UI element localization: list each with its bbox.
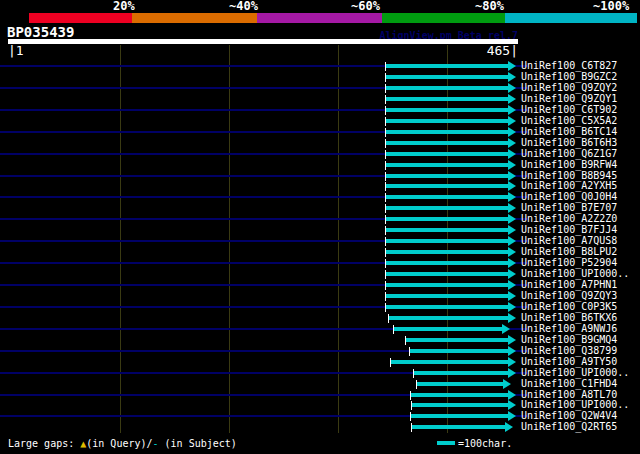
- hit-label[interactable]: UniRef100_Q9ZQY3: [521, 290, 617, 301]
- hit-label[interactable]: UniRef100_B8LPU2: [521, 246, 617, 257]
- alignment-arrowhead-icon[interactable]: [508, 335, 516, 345]
- alignment-bar[interactable]: [411, 393, 511, 397]
- alignment-bar[interactable]: [386, 75, 511, 79]
- hit-label[interactable]: UniRef100_Q9ZQY2: [521, 82, 617, 93]
- alignment-bar[interactable]: [386, 261, 511, 265]
- alignment-bar[interactable]: [386, 97, 511, 101]
- alignment-arrowhead-icon[interactable]: [508, 138, 516, 148]
- hit-label[interactable]: UniRef100_B7FJJ4: [521, 224, 617, 235]
- hit-label[interactable]: UniRef100_Q2W4V4: [521, 410, 617, 421]
- hit-label[interactable]: UniRef100_B9RFW4: [521, 159, 617, 170]
- alignment-arrowhead-icon[interactable]: [508, 368, 516, 378]
- alignment-arrowhead-icon[interactable]: [508, 181, 516, 191]
- alignment-bar[interactable]: [406, 338, 511, 342]
- alignment-bar[interactable]: [386, 294, 511, 298]
- alignment-bar[interactable]: [386, 206, 511, 210]
- alignment-arrowhead-icon[interactable]: [508, 171, 516, 181]
- alignment-bar[interactable]: [386, 283, 511, 287]
- alignment-arrowhead-icon[interactable]: [508, 83, 516, 93]
- hit-label[interactable]: UniRef100_C1FHD4: [521, 378, 617, 389]
- hit-label[interactable]: UniRef100_A2Z2Z0: [521, 213, 617, 224]
- alignment-arrowhead-icon[interactable]: [508, 346, 516, 356]
- alignment-bar[interactable]: [394, 327, 505, 331]
- hit-label[interactable]: UniRef100_B6T6H3: [521, 137, 617, 148]
- alignment-bar[interactable]: [414, 371, 511, 375]
- alignment-bar[interactable]: [386, 119, 511, 123]
- alignment-arrowhead-icon[interactable]: [508, 116, 516, 126]
- hit-label[interactable]: UniRef100_P52904: [521, 257, 617, 268]
- hit-label[interactable]: UniRef100_A9NWJ6: [521, 323, 617, 334]
- alignment-bar[interactable]: [389, 316, 511, 320]
- hit-label[interactable]: UniRef100_B6TKX6: [521, 312, 617, 323]
- alignment-arrowhead-icon[interactable]: [508, 291, 516, 301]
- alignment-bar[interactable]: [386, 130, 511, 134]
- hit-label[interactable]: UniRef100_B9GMQ4: [521, 334, 617, 345]
- alignment-arrowhead-icon[interactable]: [508, 247, 516, 257]
- alignment-arrowhead-icon[interactable]: [508, 127, 516, 137]
- alignment-bar[interactable]: [386, 86, 511, 90]
- alignment-arrowhead-icon[interactable]: [508, 94, 516, 104]
- hit-label[interactable]: UniRef100_B8B945: [521, 170, 617, 181]
- hit-label[interactable]: UniRef100_B6TC14: [521, 126, 617, 137]
- alignment-bar[interactable]: [386, 195, 511, 199]
- alignment-bar[interactable]: [411, 414, 511, 418]
- alignment-arrowhead-icon[interactable]: [508, 357, 516, 367]
- alignment-arrowhead-icon[interactable]: [508, 258, 516, 268]
- alignment-bar[interactable]: [386, 64, 511, 68]
- alignment-arrowhead-icon[interactable]: [508, 149, 516, 159]
- hit-label[interactable]: UniRef100_Q9ZQY1: [521, 93, 617, 104]
- alignment-bar[interactable]: [386, 184, 511, 188]
- alignment-arrowhead-icon[interactable]: [508, 302, 516, 312]
- hit-label[interactable]: UniRef100_UPI000..: [521, 399, 629, 410]
- alignment-arrowhead-icon[interactable]: [508, 400, 516, 410]
- alignment-bar[interactable]: [410, 349, 511, 353]
- hit-label[interactable]: UniRef100_C6T827: [521, 60, 617, 71]
- alignment-bar[interactable]: [386, 217, 511, 221]
- alignment-bar[interactable]: [386, 272, 511, 276]
- alignment-arrowhead-icon[interactable]: [508, 269, 516, 279]
- hit-label[interactable]: UniRef100_Q38799: [521, 345, 617, 356]
- hit-label[interactable]: UniRef100_Q0J0H4: [521, 191, 617, 202]
- hit-label[interactable]: UniRef100_B7E707: [521, 202, 617, 213]
- hit-label[interactable]: UniRef100_Q6Z1G7: [521, 148, 617, 159]
- alignment-arrowhead-icon[interactable]: [508, 236, 516, 246]
- alignment-arrowhead-icon[interactable]: [508, 72, 516, 82]
- alignment-arrowhead-icon[interactable]: [508, 160, 516, 170]
- alignment-arrowhead-icon[interactable]: [508, 280, 516, 290]
- alignment-arrowhead-icon[interactable]: [508, 225, 516, 235]
- alignment-arrowhead-icon[interactable]: [508, 61, 516, 71]
- hit-label[interactable]: UniRef100_UPI000..: [521, 268, 629, 279]
- alignment-bar[interactable]: [386, 174, 511, 178]
- alignment-bar[interactable]: [412, 425, 508, 429]
- hit-label[interactable]: UniRef100_UPI000..: [521, 367, 629, 378]
- alignment-arrowhead-icon[interactable]: [508, 192, 516, 202]
- alignment-arrowhead-icon[interactable]: [508, 203, 516, 213]
- hit-label[interactable]: UniRef100_B9GZC2: [521, 71, 617, 82]
- alignment-bar[interactable]: [412, 403, 511, 407]
- alignment-arrowhead-icon[interactable]: [508, 411, 516, 421]
- hit-label[interactable]: UniRef100_A8TL70: [521, 389, 617, 400]
- hit-label[interactable]: UniRef100_Q2RT65: [521, 421, 617, 432]
- hit-label[interactable]: UniRef100_A9TY50: [521, 356, 617, 367]
- hit-label[interactable]: UniRef100_C6T902: [521, 104, 617, 115]
- hit-label[interactable]: UniRef100_C5X5A2: [521, 115, 617, 126]
- hit-label[interactable]: UniRef100_A2YXH5: [521, 180, 617, 191]
- alignment-bar[interactable]: [386, 239, 511, 243]
- alignment-arrowhead-icon[interactable]: [505, 422, 513, 432]
- alignment-arrowhead-icon[interactable]: [508, 105, 516, 115]
- alignment-arrowhead-icon[interactable]: [508, 214, 516, 224]
- alignment-bar[interactable]: [386, 228, 511, 232]
- alignment-bar[interactable]: [391, 360, 511, 364]
- alignment-bar[interactable]: [386, 305, 511, 309]
- alignment-bar[interactable]: [386, 152, 511, 156]
- hit-label[interactable]: UniRef100_A7PHN1: [521, 279, 617, 290]
- alignment-bar[interactable]: [386, 163, 511, 167]
- hit-label[interactable]: UniRef100_C0P3K5: [521, 301, 617, 312]
- hit-label[interactable]: UniRef100_A7QUS8: [521, 235, 617, 246]
- alignment-arrowhead-icon[interactable]: [508, 313, 516, 323]
- alignment-arrowhead-icon[interactable]: [503, 379, 511, 389]
- alignment-arrowhead-icon[interactable]: [502, 324, 510, 334]
- alignment-bar[interactable]: [386, 141, 511, 145]
- alignment-bar[interactable]: [386, 108, 511, 112]
- alignment-arrowhead-icon[interactable]: [508, 390, 516, 400]
